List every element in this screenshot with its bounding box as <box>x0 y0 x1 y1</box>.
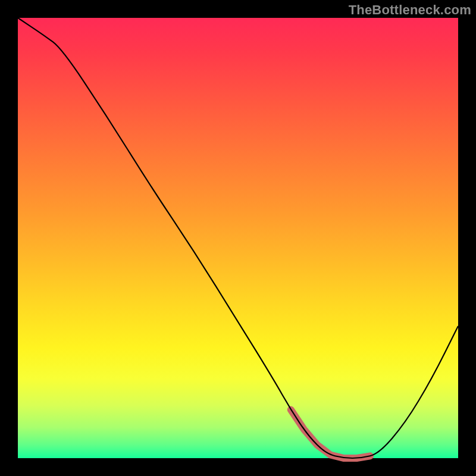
attribution-link[interactable]: TheBottleneck.com <box>349 2 471 18</box>
chart-canvas: TheBottleneck.com <box>0 0 476 476</box>
bottleneck-curve <box>18 18 458 458</box>
curve-svg <box>18 18 458 458</box>
plot-area <box>18 18 458 458</box>
optimal-range-highlight <box>291 410 370 458</box>
